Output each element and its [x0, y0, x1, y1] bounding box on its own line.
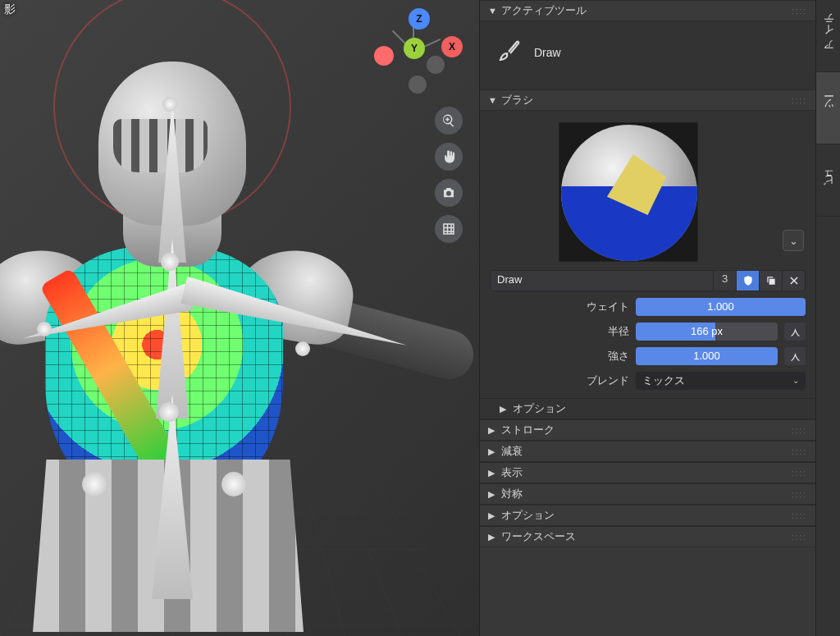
camera-view-button[interactable]: [435, 179, 463, 207]
panel-header-stroke[interactable]: ▶ ストローク ::::: [480, 419, 815, 441]
panel-title: アクティブツール: [501, 3, 587, 18]
blend-mode-value: ミックス: [642, 372, 685, 390]
strength-pressure-toggle[interactable]: [784, 347, 806, 365]
panel-title: ブラシ: [501, 93, 533, 108]
panel-body-brush: ⌄ Draw 3 ウェイト 1.000 半径: [480, 111, 815, 398]
axis-neg-z[interactable]: [409, 75, 427, 94]
drag-handle-icon[interactable]: ::::: [792, 469, 807, 478]
chevron-right-icon: ▶: [488, 468, 498, 478]
unlink-brush-button[interactable]: [783, 270, 806, 291]
panel-header-workspace[interactable]: ▶ ワークスペース ::::: [480, 526, 815, 547]
chevron-down-icon: ⌄: [789, 235, 798, 247]
panel-title: 表示: [501, 465, 523, 480]
chevron-down-icon: ▼: [488, 95, 498, 105]
panel-title: ストローク: [501, 423, 555, 437]
panel-header-options[interactable]: ▶ オプション ::::: [480, 505, 815, 526]
panel-header-falloff[interactable]: ▶ 減衰 ::::: [480, 441, 815, 462]
weight-slider[interactable]: 1.000: [636, 298, 806, 316]
grid-icon: [441, 222, 456, 236]
properties-sidebar: ▼ アクティブツール :::: Draw ▼ ブラシ ::::: [479, 0, 815, 636]
pen-pressure-icon: [789, 350, 801, 363]
shield-icon: [742, 275, 754, 286]
perspective-toggle-button[interactable]: [435, 215, 463, 243]
armature-joint[interactable]: [82, 472, 107, 496]
zoom-button[interactable]: [435, 107, 463, 135]
chevron-right-icon: ▶: [488, 532, 498, 542]
panel-title: 対称: [501, 487, 523, 501]
camera-icon: [441, 185, 456, 200]
strength-slider[interactable]: 1.000: [636, 347, 778, 365]
duplicate-brush-button[interactable]: [760, 270, 783, 291]
viewport-3d[interactable]: 影: [0, 0, 479, 636]
axis-neg-y[interactable]: [427, 56, 445, 74]
panel-header-display[interactable]: ▶ 表示 ::::: [480, 462, 815, 483]
panel-title: ワークスペース: [501, 529, 576, 544]
axis-y[interactable]: Y: [404, 38, 425, 59]
radius-pressure-toggle[interactable]: [784, 323, 806, 341]
drag-handle-icon[interactable]: ::::: [792, 533, 807, 542]
axis-z[interactable]: Z: [409, 8, 430, 30]
drag-handle-icon[interactable]: ::::: [792, 96, 807, 105]
panel-title: オプション: [513, 401, 566, 416]
armature-joint[interactable]: [162, 97, 177, 112]
pen-pressure-icon: [789, 326, 801, 338]
brush-users-count[interactable]: 3: [714, 270, 737, 291]
drag-handle-icon[interactable]: ::::: [792, 447, 807, 456]
drag-handle-icon[interactable]: ::::: [792, 490, 807, 499]
armature-joint[interactable]: [295, 341, 310, 356]
armature-joint[interactable]: [221, 472, 246, 496]
chevron-right-icon: ▶: [488, 425, 498, 436]
magnify-plus-icon: [441, 113, 456, 128]
panel-body-active-tool: Draw: [480, 21, 815, 89]
tab-item[interactable]: アイテ: [816, 0, 840, 72]
chevron-right-icon: ▶: [488, 510, 498, 521]
panel-header-symmetry[interactable]: ▶ 対称 ::::: [480, 483, 815, 505]
drag-handle-icon[interactable]: ::::: [792, 7, 807, 16]
draw-brush-icon: [496, 38, 523, 66]
radius-slider[interactable]: 166 px: [636, 323, 778, 341]
drag-handle-icon[interactable]: ::::: [792, 511, 807, 520]
brush-preview[interactable]: [559, 122, 698, 262]
panel-header-active-tool[interactable]: ▼ アクティブツール ::::: [480, 0, 815, 21]
axis-neg-x[interactable]: [374, 46, 394, 66]
chevron-right-icon: ▶: [500, 404, 509, 414]
chevron-down-icon: ▼: [488, 6, 498, 16]
active-tool-name: Draw: [534, 46, 561, 59]
navigation-gizmo[interactable]: Z Y X: [372, 10, 454, 92]
character-mesh[interactable]: [0, 33, 476, 636]
chevron-down-icon: ⌄: [792, 372, 799, 390]
strength-label: 強さ: [490, 349, 629, 364]
copy-icon: [765, 275, 777, 286]
fake-user-toggle[interactable]: [737, 270, 760, 291]
armature-joint[interactable]: [161, 253, 179, 271]
sidebar-tabs: アイテ ツー ビュ: [815, 0, 840, 636]
armature-joint[interactable]: [159, 402, 179, 422]
close-icon: [788, 275, 800, 286]
axis-x[interactable]: X: [441, 36, 463, 57]
brush-preset-dropdown[interactable]: ⌄: [783, 230, 804, 251]
panel-title: 減衰: [501, 444, 523, 459]
chevron-right-icon: ▶: [488, 446, 498, 457]
panel-header-brush-options[interactable]: ▶ オプション: [480, 398, 815, 419]
overlay-info-text: 影: [4, 2, 16, 17]
brush-name-field[interactable]: Draw: [490, 270, 714, 291]
armature-joint[interactable]: [37, 322, 52, 336]
panel-title: オプション: [501, 508, 555, 523]
drag-handle-icon[interactable]: ::::: [792, 426, 807, 435]
weight-label: ウェイト: [490, 300, 629, 314]
blend-label: ブレンド: [490, 373, 629, 388]
hand-icon: [441, 149, 456, 164]
blend-mode-dropdown[interactable]: ミックス ⌄: [636, 372, 806, 390]
chevron-right-icon: ▶: [488, 489, 498, 500]
radius-label: 半径: [490, 324, 629, 339]
tab-tool[interactable]: ツー: [816, 72, 840, 144]
tab-view[interactable]: ビュ: [816, 144, 840, 217]
panel-header-brush[interactable]: ▼ ブラシ ::::: [480, 89, 815, 111]
pan-button[interactable]: [435, 143, 463, 171]
